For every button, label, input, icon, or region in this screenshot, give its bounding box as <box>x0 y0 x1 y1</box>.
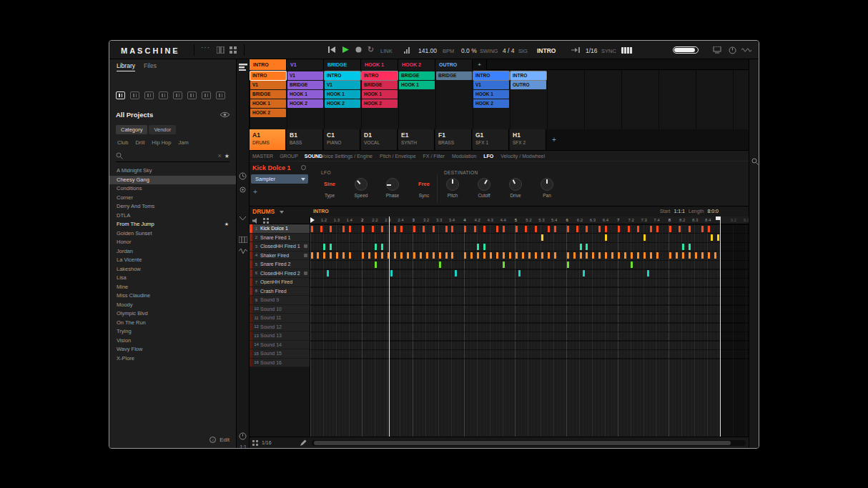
note-event[interactable] <box>650 252 652 259</box>
note-event[interactable] <box>682 244 684 250</box>
keyboard-view-icon[interactable] <box>239 236 247 243</box>
note-event[interactable] <box>583 270 585 277</box>
sound-row-15[interactable]: 15Sound 15 <box>250 349 310 359</box>
add-group-button[interactable]: + <box>547 129 561 150</box>
pattern-clip-b1-v1[interactable]: V1 <box>287 71 323 80</box>
section-tab-intro[interactable]: INTRO <box>250 59 287 70</box>
note-event[interactable] <box>349 226 351 232</box>
note-event[interactable] <box>483 226 485 232</box>
pattern-clip-c1-hook-2[interactable]: HOOK 2 <box>325 99 360 108</box>
note-event[interactable] <box>330 252 332 259</box>
note-event[interactable] <box>656 252 659 259</box>
project-item[interactable]: La Vicente <box>109 256 236 265</box>
note-event[interactable] <box>483 244 485 250</box>
clear-search-icon[interactable]: × <box>218 152 222 159</box>
scrollbar-thumb[interactable] <box>314 441 731 445</box>
note-event[interactable] <box>317 252 319 259</box>
pattern-clip-a1-hook-1[interactable]: HOOK 1 <box>250 99 286 108</box>
sound-row-16[interactable]: 16Sound 16 <box>250 359 310 368</box>
note-event[interactable] <box>372 226 374 232</box>
note-event[interactable] <box>342 226 345 232</box>
project-item[interactable]: X-Plore <box>109 354 236 364</box>
group-c1[interactable]: C1PIANO <box>324 129 360 150</box>
plugin-tab-lfo[interactable]: LFO <box>483 154 493 159</box>
note-event[interactable] <box>381 252 383 259</box>
note-event[interactable] <box>548 226 550 232</box>
drive-knob[interactable] <box>509 178 522 191</box>
note-event[interactable] <box>400 226 403 232</box>
sound-row-2[interactable]: 2Snare Fired 1 <box>250 234 310 243</box>
cutoff-knob[interactable] <box>478 178 490 191</box>
note-event[interactable] <box>390 270 393 277</box>
note-event[interactable] <box>439 262 441 268</box>
group-h1[interactable]: H1SFX 2 <box>510 129 546 150</box>
note-event[interactable] <box>413 226 415 232</box>
note-event[interactable] <box>496 226 498 232</box>
sound-row-8[interactable]: 8Crash Fired <box>250 287 310 297</box>
note-event[interactable] <box>490 252 492 259</box>
note-event[interactable] <box>394 226 396 232</box>
skip-start-icon[interactable] <box>328 46 335 53</box>
grid-setting-icon[interactable] <box>252 440 258 446</box>
files-icon[interactable] <box>216 91 225 99</box>
note-event[interactable] <box>518 270 521 277</box>
note-event[interactable] <box>701 226 704 232</box>
note-event[interactable] <box>567 262 569 268</box>
note-event[interactable] <box>567 252 569 259</box>
keyboard-icon[interactable] <box>621 47 633 54</box>
note-event[interactable] <box>679 226 681 232</box>
note-event[interactable] <box>433 226 435 232</box>
note-event[interactable] <box>413 252 415 259</box>
project-item[interactable]: Wavy Flow <box>109 345 236 354</box>
sound-row-9[interactable]: 9Sound 9 <box>250 296 310 305</box>
note-event[interactable] <box>554 252 556 259</box>
note-event[interactable] <box>451 226 453 232</box>
editor-group-name[interactable]: DRUMS <box>252 208 275 215</box>
note-event[interactable] <box>477 244 479 250</box>
note-event[interactable] <box>586 226 588 232</box>
note-event[interactable] <box>407 252 409 259</box>
note-event[interactable] <box>643 252 646 259</box>
project-item[interactable]: Corner <box>109 194 236 203</box>
note-event[interactable] <box>637 252 639 259</box>
note-event[interactable] <box>618 252 620 259</box>
note-event[interactable] <box>580 244 582 250</box>
follow-dot-icon[interactable] <box>240 186 246 193</box>
zoom-search-icon[interactable] <box>751 158 759 165</box>
note-event[interactable] <box>554 226 556 232</box>
note-event[interactable] <box>362 252 364 259</box>
note-event[interactable] <box>433 252 435 259</box>
scope-tab-sound[interactable]: SOUND <box>305 154 322 159</box>
projects-icon[interactable] <box>116 91 125 99</box>
sound-row-1[interactable]: 1Kick Dolce 1 <box>250 224 310 234</box>
sound-row-14[interactable]: 14Sound 14 <box>250 341 310 350</box>
record-icon[interactable] <box>355 46 362 53</box>
more-menu-icon[interactable]: ··· <box>201 44 210 51</box>
bpm-value[interactable]: 141.00 <box>418 47 437 54</box>
note-event[interactable] <box>708 252 710 259</box>
note-event[interactable] <box>336 252 338 259</box>
note-event[interactable] <box>362 226 364 232</box>
note-event[interactable] <box>503 252 505 259</box>
note-event[interactable] <box>628 226 630 232</box>
note-grid[interactable] <box>310 224 749 437</box>
note-event[interactable] <box>701 252 704 259</box>
project-item[interactable]: Jordan <box>109 247 236 257</box>
section-tab-hook-2[interactable]: HOOK 2 <box>398 59 435 70</box>
param-cutoff[interactable]: Cutoff <box>473 178 495 198</box>
pattern-clip-g1-hook-2[interactable]: HOOK 2 <box>473 99 509 108</box>
sound-row-5[interactable]: 5Snare Fired 2 <box>250 260 310 269</box>
note-event[interactable] <box>525 226 527 232</box>
note-event[interactable] <box>573 252 576 259</box>
note-event[interactable] <box>483 252 485 259</box>
note-event[interactable] <box>567 226 569 232</box>
note-event[interactable] <box>605 234 607 241</box>
sound-row-11[interactable]: 11Sound 11 <box>250 314 310 323</box>
note-event[interactable] <box>605 226 607 232</box>
pad-grid-icon[interactable] <box>263 218 269 224</box>
speed-knob[interactable] <box>355 178 368 191</box>
plugin-tab-pitch-envelope[interactable]: Pitch / Envelope <box>380 154 416 159</box>
pattern-name-label[interactable]: INTRO <box>313 209 329 214</box>
note-event[interactable] <box>323 252 325 259</box>
horizontal-scrollbar[interactable] <box>312 440 746 446</box>
